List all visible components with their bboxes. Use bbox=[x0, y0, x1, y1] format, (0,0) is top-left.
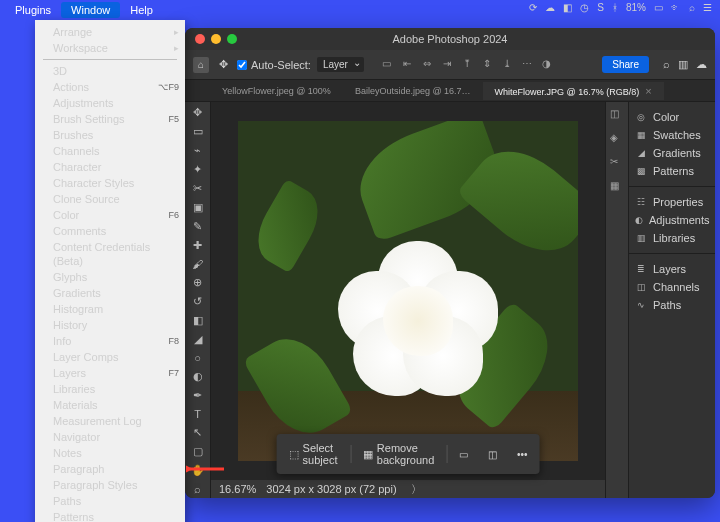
transform-controls-icon[interactable]: ▭ bbox=[380, 58, 394, 72]
menu-item[interactable]: ColorF6 bbox=[35, 207, 185, 223]
marquee-tool[interactable]: ▭ bbox=[189, 125, 207, 138]
align-left-icon[interactable]: ⇤ bbox=[400, 58, 414, 72]
path-tool[interactable]: ↖ bbox=[189, 426, 207, 439]
ctx-more-2[interactable]: ◫ bbox=[480, 445, 505, 464]
panel-icon-4[interactable]: ▦ bbox=[610, 180, 624, 194]
history-brush-tool[interactable]: ↺ bbox=[189, 295, 207, 308]
panel-layers[interactable]: ≣Layers bbox=[629, 260, 715, 278]
shape-tool[interactable]: ▢ bbox=[189, 445, 207, 458]
zoom-level[interactable]: 16.67% bbox=[219, 483, 256, 495]
menu-item[interactable]: Histogram bbox=[35, 301, 185, 317]
panel-channels[interactable]: ◫Channels bbox=[629, 278, 715, 296]
panel-adjustments[interactable]: ◐Adjustments bbox=[629, 211, 715, 229]
menu-item[interactable]: Channels bbox=[35, 143, 185, 159]
zoom-tool[interactable]: ⌕ bbox=[189, 483, 207, 495]
status-bar: 16.67% 3024 px x 3028 px (72 ppi) 〉 bbox=[211, 480, 605, 498]
menu-item[interactable]: Layer Comps bbox=[35, 349, 185, 365]
panel-icon-2[interactable]: ◈ bbox=[610, 132, 624, 146]
panel-patterns[interactable]: ▩Patterns bbox=[629, 162, 715, 180]
more-align-icon[interactable]: ⋯ bbox=[520, 58, 534, 72]
menu-help[interactable]: Help bbox=[120, 2, 163, 18]
help-cloud-icon[interactable]: ☁ bbox=[696, 58, 707, 71]
menu-item[interactable]: History bbox=[35, 317, 185, 333]
panel-libraries[interactable]: ▥Libraries bbox=[629, 229, 715, 247]
menu-item[interactable]: Libraries bbox=[35, 381, 185, 397]
crop-tool[interactable]: ✂ bbox=[189, 182, 207, 195]
workspace-icon[interactable]: ▥ bbox=[678, 58, 688, 71]
menu-item[interactable]: Materials bbox=[35, 397, 185, 413]
menu-item[interactable]: Character bbox=[35, 159, 185, 175]
document-tab[interactable]: WhiteFlower.JPG @ 16.7% (RGB/8)× bbox=[483, 82, 664, 100]
s-icon: S bbox=[597, 2, 604, 13]
select-subject-button[interactable]: ⬚Select subject bbox=[281, 438, 347, 470]
align-top-icon[interactable]: ⤒ bbox=[460, 58, 474, 72]
menu-item[interactable]: Gradients bbox=[35, 285, 185, 301]
healing-tool[interactable]: ✚ bbox=[189, 239, 207, 252]
auto-select-checkbox[interactable]: Auto-Select: bbox=[237, 59, 311, 71]
panel-properties[interactable]: ☷Properties bbox=[629, 193, 715, 211]
menu-item[interactable]: Brush SettingsF5 bbox=[35, 111, 185, 127]
ctx-more-menu[interactable]: ••• bbox=[509, 445, 536, 464]
selection-tool[interactable]: ✦ bbox=[189, 163, 207, 176]
menu-item[interactable]: Navigator bbox=[35, 429, 185, 445]
lasso-tool[interactable]: ⌁ bbox=[189, 144, 207, 157]
stamp-tool[interactable]: ⊕ bbox=[189, 276, 207, 289]
3d-mode-icon[interactable]: ◑ bbox=[540, 58, 554, 72]
eraser-tool[interactable]: ◧ bbox=[189, 314, 207, 327]
menu-item[interactable]: Character Styles bbox=[35, 175, 185, 191]
align-center-icon[interactable]: ⇔ bbox=[420, 58, 434, 72]
menu-window[interactable]: Window bbox=[61, 2, 120, 18]
battery-icon: ▭ bbox=[654, 2, 663, 13]
panel-swatches[interactable]: ▦Swatches bbox=[629, 126, 715, 144]
menu-item[interactable]: Patterns bbox=[35, 509, 185, 522]
panel-color[interactable]: ◎Color bbox=[629, 108, 715, 126]
close-icon[interactable]: × bbox=[645, 85, 651, 97]
panel-icon-3[interactable]: ✂ bbox=[610, 156, 624, 170]
menu-item[interactable]: Measurement Log bbox=[35, 413, 185, 429]
menu-item[interactable]: Clone Source bbox=[35, 191, 185, 207]
menu-item[interactable]: Content Credentials (Beta) bbox=[35, 239, 185, 269]
menu-item[interactable]: Adjustments bbox=[35, 95, 185, 111]
panel-gradients[interactable]: ◢Gradients bbox=[629, 144, 715, 162]
home-button[interactable]: ⌂ bbox=[193, 57, 209, 73]
menu-item[interactable]: Notes bbox=[35, 445, 185, 461]
menu-item[interactable]: InfoF8 bbox=[35, 333, 185, 349]
mac-status-icons: ⟳ ☁ ◧ ◷ S ᚼ 81% ▭ ᯤ ⌕ ☰ bbox=[529, 2, 712, 13]
remove-background-button[interactable]: ▦Remove background bbox=[355, 438, 442, 470]
menu-item[interactable]: Comments bbox=[35, 223, 185, 239]
menu-item[interactable]: Paragraph bbox=[35, 461, 185, 477]
channels-icon: ◫ bbox=[635, 281, 647, 293]
document-tab[interactable]: BaileyOutside.jpeg @ 16.7… bbox=[343, 83, 483, 99]
ctx-more-1[interactable]: ▭ bbox=[451, 445, 476, 464]
menu-item[interactable]: Paths bbox=[35, 493, 185, 509]
move-tool[interactable]: ✥ bbox=[189, 106, 207, 119]
pen-tool[interactable]: ✒ bbox=[189, 389, 207, 402]
eyedropper-tool[interactable]: ✎ bbox=[189, 220, 207, 233]
menu-item[interactable]: Paragraph Styles bbox=[35, 477, 185, 493]
panel-paths[interactable]: ∿Paths bbox=[629, 296, 715, 314]
photoshop-window: Adobe Photoshop 2024 ⌂ ✥ Auto-Select: La… bbox=[185, 28, 715, 498]
gradient-tool[interactable]: ◢ bbox=[189, 333, 207, 346]
align-right-icon[interactable]: ⇥ bbox=[440, 58, 454, 72]
canvas[interactable] bbox=[211, 102, 605, 480]
document-tab[interactable]: YellowFlower.jpeg @ 100% bbox=[210, 83, 343, 99]
menu-item[interactable]: LayersF7 bbox=[35, 365, 185, 381]
search-icon[interactable]: ⌕ bbox=[663, 58, 670, 71]
share-button[interactable]: Share bbox=[602, 56, 649, 73]
menu-item[interactable]: Actions⌥F9 bbox=[35, 79, 185, 95]
frame-tool[interactable]: ▣ bbox=[189, 201, 207, 214]
dodge-tool[interactable]: ◐ bbox=[189, 370, 207, 383]
menu-item[interactable]: Glyphs bbox=[35, 269, 185, 285]
menu-item[interactable]: 3D bbox=[35, 63, 185, 79]
panel-icon-1[interactable]: ◫ bbox=[610, 108, 624, 122]
menu-arrange[interactable]: Arrange▸ bbox=[35, 24, 185, 40]
menu-workspace[interactable]: Workspace▸ bbox=[35, 40, 185, 56]
menu-item[interactable]: Brushes bbox=[35, 127, 185, 143]
align-middle-icon[interactable]: ⇕ bbox=[480, 58, 494, 72]
brush-tool[interactable]: 🖌 bbox=[189, 258, 207, 270]
blur-tool[interactable]: ○ bbox=[189, 352, 207, 364]
menu-plugins[interactable]: Plugins bbox=[5, 2, 61, 18]
align-bottom-icon[interactable]: ⤓ bbox=[500, 58, 514, 72]
auto-select-target[interactable]: Layer bbox=[317, 57, 364, 72]
type-tool[interactable]: T bbox=[189, 408, 207, 420]
